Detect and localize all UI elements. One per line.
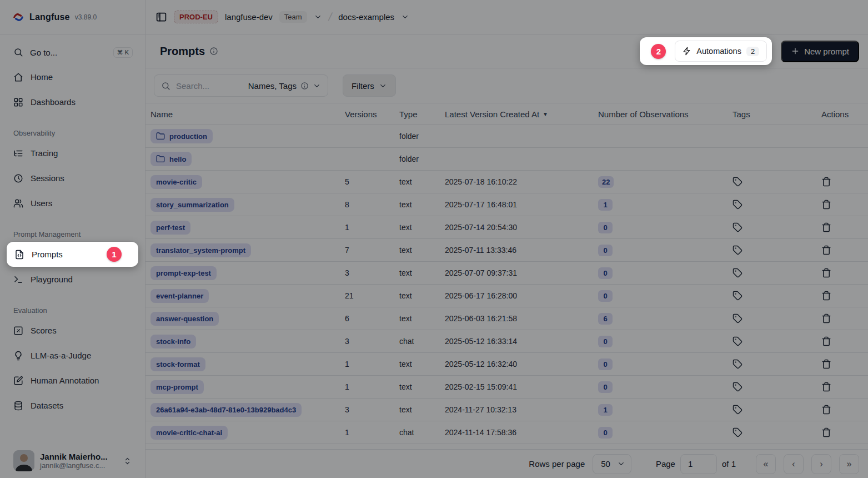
tag-icon[interactable] — [732, 222, 742, 232]
org-name[interactable]: langfuse-dev — [225, 12, 273, 22]
new-prompt-label: New prompt — [804, 47, 849, 56]
prompt-name-badge[interactable]: event-planner — [150, 289, 209, 303]
app-window: Langfuse v3.89.0 Go to... ⌘ K Home Dashb… — [0, 0, 868, 478]
prompt-name-badge[interactable]: stock-info — [150, 335, 196, 348]
tag-icon[interactable] — [732, 405, 742, 415]
table-row[interactable]: hello folder — [145, 148, 868, 171]
panel-left-toggle-icon[interactable] — [155, 11, 167, 23]
goto-shortcut: ⌘ K — [113, 47, 133, 58]
table-row[interactable]: production folder — [145, 125, 868, 148]
delete-button[interactable] — [821, 245, 831, 255]
prompt-name-badge[interactable]: stock-format — [150, 357, 205, 371]
observations-badge: 22 — [598, 176, 614, 188]
filters-label: Filters — [352, 81, 374, 91]
prompt-name-badge[interactable]: prompt-exp-test — [150, 266, 217, 280]
delete-button[interactable] — [821, 291, 831, 301]
created-at-cell: 2025-07-18 16:10:22 — [440, 177, 593, 186]
delete-button[interactable] — [821, 313, 831, 323]
table-row[interactable]: perf-test 1 text 2025-07-14 20:54:30 0 — [145, 216, 868, 239]
sidebar-item-dashboards[interactable]: Dashboards — [6, 89, 139, 114]
delete-button[interactable] — [821, 336, 831, 346]
created-at-cell: 2025-02-15 15:09:41 — [440, 382, 593, 391]
app-version: v3.89.0 — [75, 13, 97, 21]
sidebar-item-sessions[interactable]: Sessions — [6, 166, 139, 191]
sidebar-item-tracing[interactable]: Tracing — [6, 141, 139, 166]
project-name[interactable]: docs-examples — [338, 12, 394, 22]
tag-icon[interactable] — [732, 336, 742, 346]
table-row[interactable]: translator_system-prompt 7 text 2025-07-… — [145, 239, 868, 262]
table-row[interactable]: movie-critic-chat-ai 1 chat 2024-11-14 1… — [145, 421, 868, 444]
delete-button[interactable] — [821, 359, 831, 369]
search-input[interactable]: Search... Names, Tags — [154, 74, 328, 97]
tag-icon[interactable] — [732, 177, 742, 187]
prev-page-button[interactable]: ‹ — [784, 454, 804, 474]
automations-button[interactable]: Automations 2 — [675, 41, 767, 62]
prompt-name-badge[interactable]: movie-critic-chat-ai — [150, 426, 228, 440]
delete-button[interactable] — [821, 177, 831, 187]
delete-button[interactable] — [821, 427, 831, 437]
first-page-button[interactable]: « — [756, 454, 776, 474]
chevron-down-icon[interactable] — [314, 13, 322, 21]
tag-icon[interactable] — [732, 245, 742, 255]
new-prompt-button[interactable]: New prompt — [781, 41, 859, 62]
filters-button[interactable]: Filters — [343, 74, 396, 97]
page-number-input[interactable]: 1 — [680, 454, 717, 474]
delete-button[interactable] — [821, 200, 831, 210]
prompt-name-badge[interactable]: movie-critic — [150, 175, 202, 189]
sidebar-item-llm-judge[interactable]: LLM-as-a-Judge — [6, 343, 139, 368]
zap-icon — [683, 47, 691, 56]
delete-button[interactable] — [821, 268, 831, 278]
prompt-name-badge[interactable]: 26a61a94-e3ab-48d7-81e0-13b929bad4c3 — [150, 403, 302, 417]
next-page-button[interactable]: › — [811, 454, 831, 474]
search-scope-select[interactable]: Names, Tags — [248, 81, 321, 91]
org-plan-badge: Team — [279, 11, 307, 23]
column-header-created-at[interactable]: Latest Version Created At ▼ — [440, 109, 593, 119]
table-row[interactable]: event-planner 21 text 2025-06-17 16:28:0… — [145, 285, 868, 307]
chevron-down-icon[interactable] — [401, 13, 409, 21]
versions-cell: 6 — [340, 314, 394, 323]
delete-button[interactable] — [821, 405, 831, 415]
automations-count-badge: 2 — [746, 47, 759, 56]
table-row[interactable]: answer-question 6 text 2025-06-03 16:21:… — [145, 307, 868, 330]
sidebar-item-datasets[interactable]: Datasets — [6, 393, 139, 418]
user-menu[interactable]: Jannik Maierho... jannik@langfuse.c... — [6, 445, 139, 478]
tag-icon[interactable] — [732, 427, 742, 437]
prompt-name-badge[interactable]: hello — [150, 152, 192, 166]
prompt-name-badge[interactable]: production — [150, 129, 213, 143]
tag-icon[interactable] — [732, 313, 742, 323]
prompt-name-badge[interactable]: translator_system-prompt — [150, 243, 251, 257]
versions-cell: 5 — [340, 177, 394, 186]
prompt-name-badge[interactable]: perf-test — [150, 221, 190, 235]
table-row[interactable]: stock-format 1 text 2025-05-12 16:32:40 … — [145, 353, 868, 376]
table-row[interactable]: prompt-exp-test 3 text 2025-07-07 09:37:… — [145, 262, 868, 285]
rows-per-page-select[interactable]: 50 — [593, 454, 631, 474]
tag-icon[interactable] — [732, 291, 742, 301]
table-row[interactable]: stock-info 3 chat 2025-05-12 16:33:14 0 — [145, 330, 868, 353]
column-header-type: Type — [394, 109, 440, 119]
last-page-button[interactable]: » — [839, 454, 859, 474]
chevrons-up-down-icon[interactable] — [123, 457, 132, 465]
prompt-name-badge[interactable]: story_summarization — [150, 198, 234, 212]
table-row[interactable]: 26a61a94-e3ab-48d7-81e0-13b929bad4c3 3 t… — [145, 399, 868, 421]
sidebar-item-playground[interactable]: Playground — [6, 267, 139, 292]
tag-icon[interactable] — [732, 382, 742, 392]
sidebar-item-users[interactable]: Users — [6, 191, 139, 216]
page-title: Prompts — [160, 45, 205, 58]
delete-button[interactable] — [821, 222, 831, 232]
info-icon[interactable] — [209, 47, 218, 56]
table-row[interactable]: story_summarization 8 text 2025-07-17 16… — [145, 193, 868, 216]
sidebar-item-scores[interactable]: Scores — [6, 318, 139, 343]
sidebar-item-prompts[interactable]: Prompts 1 — [7, 242, 138, 267]
tag-icon[interactable] — [732, 359, 742, 369]
tag-icon[interactable] — [732, 200, 742, 210]
table-row[interactable]: mcp-prompt 1 text 2025-02-15 15:09:41 0 — [145, 376, 868, 399]
prompt-name-badge[interactable]: mcp-prompt — [150, 380, 204, 394]
goto-search[interactable]: Go to... ⌘ K — [6, 40, 139, 64]
tag-icon[interactable] — [732, 268, 742, 278]
type-cell: text — [394, 223, 440, 232]
sidebar-item-human-annotation[interactable]: Human Annotation — [6, 368, 139, 393]
delete-button[interactable] — [821, 382, 831, 392]
table-row[interactable]: movie-critic 5 text 2025-07-18 16:10:22 … — [145, 171, 868, 193]
sidebar-item-home[interactable]: Home — [6, 64, 139, 89]
prompt-name-badge[interactable]: answer-question — [150, 312, 219, 326]
